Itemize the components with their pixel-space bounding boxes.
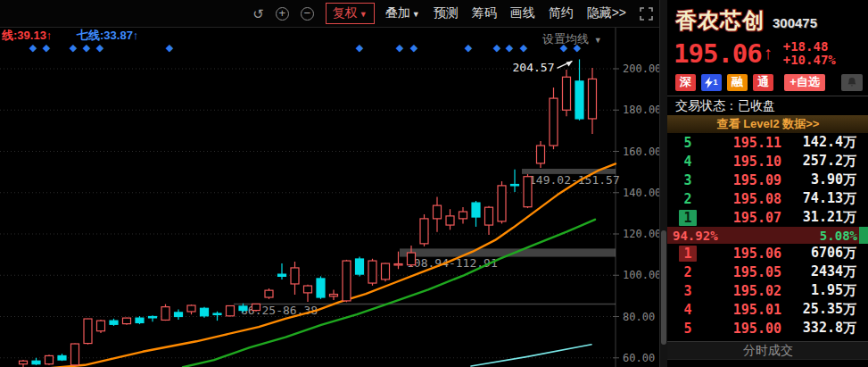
- fuquan-label: 复权: [333, 5, 358, 20]
- overlay-dropdown[interactable]: 叠加▼: [385, 5, 420, 21]
- candle: [213, 312, 221, 321]
- order-volume: 332.8万: [781, 320, 868, 337]
- buy-order-row[interactable]: 1195.066706万: [667, 244, 868, 263]
- y-axis-label: 140.00: [623, 187, 659, 199]
- add-watchlist-button[interactable]: +自选: [784, 74, 825, 91]
- ma-green: [183, 220, 595, 367]
- buy-order-row[interactable]: 5195.00332.8万: [667, 319, 868, 338]
- quote-panel: 香农芯创 300475 195.06 ↑ +18.48 +10.47% 深 1 …: [659, 0, 868, 367]
- alert-bell-icon[interactable]: [841, 74, 863, 91]
- sell-order-row[interactable]: 5195.11142.4万: [667, 133, 868, 152]
- badge-row: 深 1 融 通 +自选: [667, 68, 868, 93]
- order-level: 3: [679, 283, 697, 299]
- undo-icon[interactable]: ↺: [252, 7, 264, 21]
- sell-order-row[interactable]: 1195.0731.21万: [667, 208, 868, 227]
- candle: [304, 285, 312, 302]
- badge-margin: 融: [727, 74, 748, 91]
- order-price: 195.10: [708, 154, 781, 170]
- forecast-button[interactable]: 预测: [434, 5, 459, 21]
- zoom-out-icon[interactable]: −: [301, 7, 314, 21]
- y-axis-label: 160.00: [623, 146, 659, 158]
- hide-button[interactable]: 隐藏>>: [587, 5, 626, 21]
- candle: [472, 201, 480, 227]
- sell-order-row[interactable]: 4195.10257.2万: [667, 152, 868, 171]
- price-row: 195.06 ↑ +18.48 +10.47%: [667, 37, 868, 68]
- scrollbar-thumb[interactable]: [661, 230, 666, 345]
- zoom-in-icon[interactable]: +: [276, 7, 289, 21]
- last-price: 195.06: [674, 38, 762, 69]
- stock-header: 香农芯创 300475: [667, 0, 868, 37]
- order-volume: 25.35万: [781, 301, 868, 318]
- candle: [149, 315, 157, 321]
- candle: [511, 170, 519, 192]
- stock-app-window: 200.00180.00160.00140.00120.00100.0080.0…: [0, 0, 868, 367]
- candle: [123, 318, 131, 325]
- fullscreen-icon[interactable]: [640, 7, 653, 21]
- order-level: 2: [679, 264, 697, 280]
- candle: [498, 181, 506, 223]
- sell-order-row[interactable]: 2195.0874.13万: [667, 189, 868, 208]
- candlestick-chart[interactable]: 200.00180.00160.00140.00120.00100.0080.0…: [0, 0, 659, 367]
- ma-cyan: [471, 345, 591, 366]
- peak-price-annotation: 204.57: [513, 61, 555, 74]
- order-volume: 31.21万: [781, 209, 868, 226]
- candle: [32, 358, 40, 365]
- candle: [278, 263, 286, 279]
- ma-settings-dropdown[interactable]: 设置均线 ▼: [542, 31, 602, 47]
- buy-order-row[interactable]: 2195.052434万: [667, 263, 868, 281]
- draw-line-button[interactable]: 画线: [510, 5, 535, 21]
- order-price: 195.02: [708, 283, 781, 299]
- signal-diamond-icon: ◆: [465, 42, 473, 53]
- lightning-badge-icon[interactable]: 1: [701, 74, 722, 91]
- fuquan-dropdown[interactable]: 复权▼: [326, 3, 375, 24]
- candle: [58, 354, 66, 361]
- candle: [524, 174, 532, 208]
- order-price: 195.11: [708, 135, 781, 151]
- signal-diamond-icon: ◆: [166, 42, 174, 53]
- order-level: 1: [679, 210, 697, 226]
- signal-diamond-icon: ◆: [356, 42, 364, 53]
- simple-mode-button[interactable]: 简约: [549, 5, 574, 21]
- candle: [161, 304, 169, 321]
- ma-indicator-row: 线:39.13↑ 七线:33.87↑: [2, 28, 160, 44]
- order-volume: 142.4万: [781, 134, 868, 151]
- level2-data-link[interactable]: 查看 Level2 数据>>: [667, 115, 868, 133]
- badge-shenzhen: 深: [675, 74, 696, 91]
- panel-scrollbar[interactable]: [660, 0, 667, 367]
- candle: [265, 288, 273, 299]
- buy-order-row[interactable]: 4195.0125.35万: [667, 300, 868, 319]
- price-change-percent: +10.47%: [783, 54, 836, 67]
- signal-diamond-icon: ◆: [396, 42, 404, 53]
- trading-status-value: 已收盘: [738, 98, 775, 114]
- ma-settings-label: 设置均线: [542, 32, 589, 46]
- y-axis-label: 100.00: [623, 269, 659, 281]
- chevron-down-icon: ▼: [594, 36, 602, 45]
- candle: [201, 307, 209, 318]
- y-axis-label: 60.00: [623, 352, 655, 364]
- quote-panel-content: 香农芯创 300475 195.06 ↑ +18.48 +10.47% 深 1 …: [667, 0, 868, 367]
- sell-order-row[interactable]: 3195.093.90万: [667, 171, 868, 189]
- chips-button[interactable]: 筹码: [472, 5, 497, 21]
- order-volume: 74.13万: [781, 190, 868, 207]
- candle: [343, 260, 351, 302]
- trading-status-label: 交易状态：: [675, 98, 738, 114]
- sell-order-book: 5195.11142.4万4195.10257.2万3195.093.90万21…: [667, 133, 868, 227]
- candle: [537, 141, 545, 168]
- candle: [175, 309, 183, 320]
- order-volume: 1.95万: [781, 282, 868, 299]
- order-price: 195.00: [708, 321, 781, 337]
- candle: [252, 304, 260, 312]
- candle: [227, 305, 235, 316]
- price-up-arrow-icon: ↑: [764, 43, 773, 63]
- candle: [97, 320, 105, 333]
- order-volume: 2434万: [781, 263, 868, 280]
- candle: [420, 214, 428, 246]
- candle: [382, 263, 390, 281]
- candle: [45, 354, 54, 365]
- buy-order-row[interactable]: 3195.021.95万: [667, 281, 868, 300]
- order-level: 5: [679, 135, 697, 151]
- order-price: 195.09: [708, 172, 781, 188]
- order-level: 2: [679, 191, 697, 207]
- tab-tick-trades[interactable]: 分时成交: [667, 341, 868, 360]
- order-price: 195.01: [708, 302, 781, 318]
